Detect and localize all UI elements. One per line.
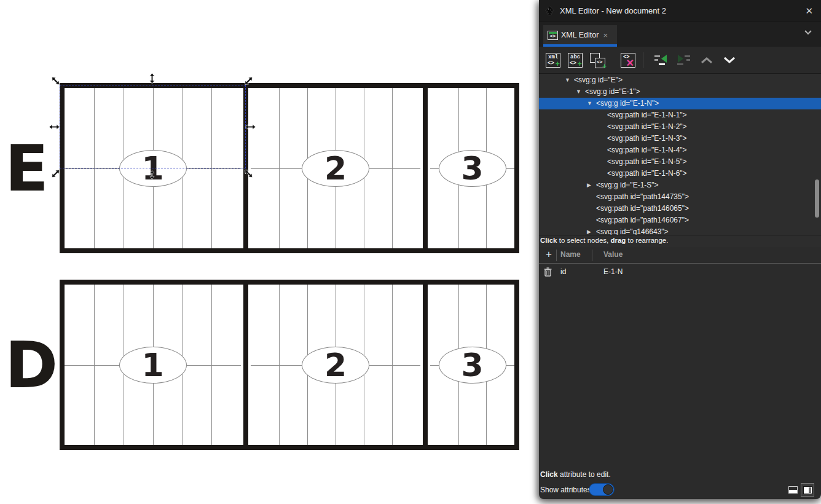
section-ellipse: 3 <box>439 150 506 187</box>
inkscape-logo-icon <box>544 6 555 16</box>
tree-node-label: <svg:path id="E-1-N-2"> <box>607 122 687 131</box>
panel-menu-chevron-icon[interactable] <box>804 30 812 35</box>
tree-node-label: <svg:path id="E-1-N-6"> <box>607 169 687 178</box>
xml-editor-tab-icon: <> <box>548 31 558 40</box>
collapse-triangle-icon[interactable]: ▼ <box>576 89 581 95</box>
tree-node-label: <svg:path id="E-1-N-4"> <box>607 146 687 154</box>
section-divider <box>423 280 428 450</box>
tree-node-row[interactable]: ▼<svg:g id="E"> <box>539 74 821 86</box>
section-number: 1 <box>141 347 163 384</box>
chevron-up-icon <box>700 57 713 64</box>
tab-xml-editor[interactable]: <> XML Editor × <box>543 25 617 45</box>
selection-bbox-E-1-N <box>60 85 246 168</box>
attr-value-header: Value <box>603 250 623 259</box>
row-label-D: D <box>5 325 60 405</box>
toolbar-separator <box>643 52 643 68</box>
tree-node-label: <svg:path id="path146065"> <box>596 204 689 213</box>
indent-node-icon <box>676 54 691 66</box>
tree-node-row[interactable]: <svg:path id="path146067"> <box>539 215 821 226</box>
attribute-row[interactable]: idE-1-N <box>539 265 821 280</box>
scale-handle-left[interactable] <box>49 122 60 132</box>
layout-vertical-icon <box>803 486 812 494</box>
tree-node-label: <svg:g id="g146643"> <box>596 227 669 235</box>
attribute-value[interactable]: E-1-N <box>603 267 623 276</box>
unindent-node-button[interactable] <box>652 51 670 69</box>
collapse-triangle-icon[interactable]: ▼ <box>587 100 592 106</box>
tree-node-label: <svg:path id="E-1-N-5"> <box>607 157 687 166</box>
tree-node-label: <svg:path id="E-1-N-1"> <box>607 111 687 119</box>
tree-node-row[interactable]: ▼<svg:g id="E-1"> <box>539 86 821 98</box>
xml-toolbar: xml<>+ abc<>+ <>+ <>✕ <box>539 47 821 74</box>
attribute-hint-text: Click attribute to edit. <box>540 470 611 479</box>
scale-handle-top[interactable] <box>147 73 157 84</box>
tree-node-row[interactable]: <svg:path id="E-1-N-3"> <box>539 133 821 144</box>
move-node-up-button[interactable] <box>697 51 716 69</box>
collapse-triangle-icon[interactable]: ▼ <box>565 77 570 83</box>
layout-horizontal-icon <box>788 486 798 494</box>
column-separator <box>592 250 592 261</box>
tree-node-row[interactable]: ▼<svg:g id="E-1-N"> <box>539 98 821 109</box>
section-ellipse: 3 <box>439 347 506 384</box>
attributes-toolbar: + Name Value <box>539 247 821 264</box>
toggle-knob <box>603 484 613 495</box>
new-element-node-button[interactable]: xml<>+ <box>544 51 562 69</box>
section-number: 3 <box>461 150 483 187</box>
tree-node-label: <svg:g id="E"> <box>574 76 623 84</box>
tree-node-row[interactable]: <svg:path id="E-1-N-6"> <box>539 168 821 179</box>
section-divider <box>423 83 428 253</box>
tree-node-row[interactable]: <svg:path id="E-1-N-4"> <box>539 144 821 156</box>
tree-node-label: <svg:g id="E-1-S"> <box>596 181 659 189</box>
tree-node-row[interactable]: ▶<svg:g id="g146643"> <box>539 226 821 235</box>
tree-node-row[interactable]: <svg:path id="E-1-N-2"> <box>539 121 821 133</box>
xml-node-tree[interactable]: ▼<svg:g id="E">▼<svg:g id="E-1">▼<svg:g … <box>539 74 821 235</box>
show-attributes-label: Show attributes <box>540 486 591 494</box>
row-label-E: E <box>5 128 60 208</box>
scale-handle-bottom[interactable] <box>147 170 156 179</box>
tab-close-icon[interactable]: × <box>603 31 608 40</box>
tab-label: XML Editor <box>561 31 599 39</box>
scale-handle-right[interactable] <box>245 122 256 132</box>
section-ellipse: 2 <box>302 150 369 187</box>
tree-node-label: <svg:g id="E-1"> <box>585 87 640 96</box>
lot-row-D[interactable]: 123 <box>60 280 519 450</box>
move-node-down-button[interactable] <box>720 51 739 69</box>
section-ellipse: 1 <box>119 347 187 384</box>
tree-node-label: <svg:path id="path146067"> <box>596 216 689 224</box>
tree-node-label: <svg:g id="E-1-N"> <box>596 99 659 108</box>
tree-node-row[interactable]: <svg:path id="path146065"> <box>539 203 821 215</box>
window-close-button[interactable]: ✕ <box>805 6 813 17</box>
chevron-down-icon <box>723 57 736 64</box>
tree-node-row[interactable]: ▶<svg:g id="E-1-S"> <box>539 179 821 191</box>
section-number: 3 <box>461 347 483 384</box>
attr-name-header: Name <box>560 250 581 259</box>
new-text-node-button[interactable]: abc<>+ <box>566 51 584 69</box>
unindent-node-icon <box>654 54 669 66</box>
indent-node-button[interactable] <box>674 51 693 69</box>
attributes-table[interactable]: idE-1-N <box>539 264 821 468</box>
add-attribute-button[interactable]: + <box>543 248 555 261</box>
window-title: XML Editor - New document 2 <box>560 6 666 15</box>
xml-editor-window: XML Editor - New document 2 ✕ <> XML Edi… <box>539 0 821 499</box>
delete-attribute-icon[interactable] <box>544 267 552 277</box>
duplicate-node-button[interactable]: <>+ <box>588 51 607 69</box>
column-separator <box>556 250 557 261</box>
delete-node-button[interactable]: <>✕ <box>619 51 637 69</box>
expand-triangle-icon[interactable]: ▶ <box>587 229 591 235</box>
layout-horizontal-button[interactable] <box>786 483 799 497</box>
tree-node-row[interactable]: <svg:path id="E-1-N-5"> <box>539 156 821 168</box>
tab-bar: <> XML Editor × <box>539 22 821 47</box>
window-titlebar[interactable]: XML Editor - New document 2 ✕ <box>539 0 821 22</box>
expand-triangle-icon[interactable]: ▶ <box>587 182 591 188</box>
section-number: 2 <box>324 347 347 384</box>
tree-hint-text: Click to select nodes, drag to rearrange… <box>539 235 821 247</box>
tree-node-label: <svg:path id="path144735"> <box>596 192 689 201</box>
tree-node-label: <svg:path id="E-1-N-3"> <box>607 134 687 143</box>
tree-node-row[interactable]: <svg:path id="E-1-N-1"> <box>539 109 821 121</box>
attribute-name[interactable]: id <box>560 267 566 276</box>
show-attributes-toggle[interactable] <box>589 483 615 496</box>
section-number: 2 <box>324 150 347 187</box>
tree-node-row[interactable]: <svg:path id="path144735"> <box>539 191 821 203</box>
section-divider <box>243 280 248 450</box>
layout-vertical-button[interactable] <box>801 483 814 497</box>
section-ellipse: 2 <box>302 347 369 384</box>
